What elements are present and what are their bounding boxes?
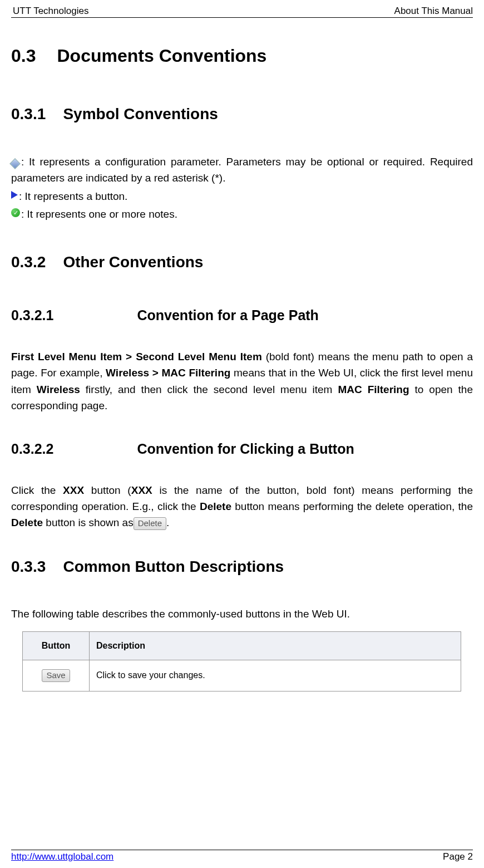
heading-0-3-3: 0.3.3 Common Button Descriptions [11, 558, 473, 576]
bold-text: Delete [200, 501, 231, 512]
page-footer: http://www.uttglobal.com Page 2 [11, 850, 473, 862]
heading-0-3-1: 0.3.1 Symbol Conventions [11, 105, 473, 123]
page-path-paragraph: First Level Menu Item > Second Level Men… [11, 349, 473, 414]
arrow-icon [11, 191, 18, 199]
symbols-section: : It represents a configuration paramete… [11, 154, 473, 223]
bold-text: Wireless > MAC Filtering [106, 367, 230, 379]
footer-link[interactable]: http://www.uttglobal.com [11, 851, 113, 862]
text: button is shown as [43, 517, 134, 528]
table-header-description: Description [90, 631, 461, 660]
heading-title: Convention for Clicking a Button [137, 441, 354, 457]
text: button means performing the delete opera… [231, 501, 473, 512]
symbol-check-line: ✓ : It represents one or more notes. [11, 206, 473, 222]
heading-title: Documents Conventions [57, 46, 266, 66]
text: button ( [84, 484, 131, 496]
bold-text: XXX [63, 484, 84, 496]
header-right: About This Manual [394, 6, 473, 17]
symbol-check-text: : It represents one or more notes. [21, 206, 177, 222]
table-cell-description: Click to save your changes. [90, 660, 461, 691]
footer-page-number: Page 2 [443, 851, 473, 862]
heading-num: 0.3.2 [11, 253, 46, 271]
heading-0-3: 0.3Documents Conventions [11, 46, 473, 66]
symbol-arrow-line: : It represents a button. [11, 188, 473, 204]
symbol-diamond-line: : It represents a configuration paramete… [11, 154, 473, 187]
save-button-sample: Save [42, 669, 70, 682]
heading-title: Common Button Descriptions [63, 558, 284, 575]
page-header: UTT Technologies About This Manual [11, 6, 473, 18]
symbol-arrow-text: : It represents a button. [19, 188, 127, 204]
diamond-icon [9, 158, 21, 169]
heading-0-3-2-1: 0.3.2.1Convention for a Page Path [11, 307, 473, 323]
heading-title: Convention for a Page Path [137, 307, 318, 323]
bold-text: Delete [11, 517, 43, 528]
heading-num: 0.3 [11, 46, 36, 66]
bold-text: Wireless [37, 384, 80, 395]
table-row: Save Click to save your changes. [23, 660, 461, 691]
text: Click the [11, 484, 63, 496]
table-intro: The following table describes the common… [11, 608, 473, 620]
text: firstly, and then click the second level… [80, 384, 338, 395]
delete-button-sample: Delete [134, 517, 166, 530]
table-header-button: Button [23, 631, 90, 660]
table-cell-button: Save [23, 660, 90, 691]
heading-title: Symbol Conventions [63, 105, 218, 122]
heading-num: 0.3.3 [11, 558, 46, 575]
bold-text: MAC Filtering [338, 384, 409, 395]
click-button-paragraph: Click the XXX button (XXX is the name of… [11, 482, 473, 531]
heading-0-3-2: 0.3.2 Other Conventions [11, 253, 473, 271]
heading-num: 0.3.2.1 [11, 307, 53, 323]
symbol-diamond-text: : It represents a configuration paramete… [11, 156, 473, 184]
check-icon: ✓ [11, 208, 20, 217]
heading-num: 0.3.2.2 [11, 441, 53, 457]
bold-text: XXX [131, 484, 152, 496]
heading-title: Other Conventions [63, 253, 203, 271]
text: . [166, 517, 169, 528]
table-header-row: Button Description [23, 631, 461, 660]
header-left: UTT Technologies [13, 6, 88, 17]
bold-text: First Level Menu Item > Second Level Men… [11, 351, 262, 362]
heading-num: 0.3.1 [11, 105, 46, 122]
button-descriptions-table: Button Description Save Click to save yo… [22, 631, 461, 692]
heading-0-3-2-2: 0.3.2.2Convention for Clicking a Button [11, 441, 473, 457]
